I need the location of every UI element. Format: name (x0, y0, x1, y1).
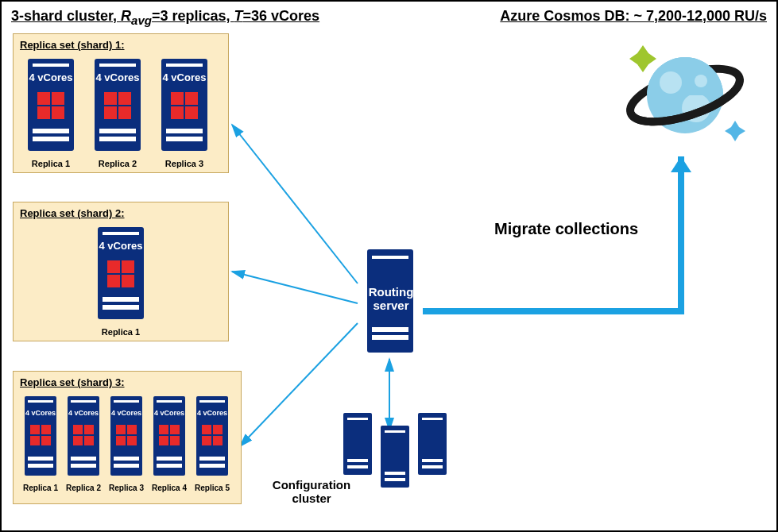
svg-rect-65 (114, 457, 139, 461)
svg-text:4 vCores: 4 vCores (25, 409, 56, 417)
svg-rect-35 (122, 260, 134, 273)
shard-2-replicas: 4 vCores Replica 1 (20, 224, 222, 337)
server-icon: 4 vCores (63, 393, 104, 479)
svg-rect-36 (107, 275, 120, 287)
replica-server: 4 vCores Replica 5 (192, 393, 233, 492)
svg-rect-80 (213, 425, 223, 434)
replica-server: 4 vCores Replica 2 (87, 56, 149, 168)
shard-1-title: Replica set (shard) 1: (20, 39, 222, 51)
svg-rect-52 (73, 425, 83, 434)
svg-rect-37 (122, 275, 134, 287)
shard-3-box: Replica set (shard) 3: 4 vCores Replica … (13, 371, 242, 504)
svg-rect-66 (114, 464, 139, 468)
svg-rect-78 (199, 400, 225, 403)
svg-rect-47 (28, 457, 53, 461)
shard-3-replicas: 4 vCores Replica 1 4 vCores Replica 2 (20, 393, 234, 492)
diagram-canvas: 3-shard cluster, Ravg=3 replicas, T=36 v… (0, 0, 778, 532)
svg-rect-9 (37, 106, 50, 119)
svg-rect-89 (372, 335, 408, 340)
svg-rect-29 (166, 129, 203, 133)
svg-text:4 vCores: 4 vCores (99, 240, 143, 252)
svg-rect-93 (347, 465, 368, 468)
svg-rect-61 (116, 425, 126, 434)
replica-server: 4 vCores Replica 3 (106, 393, 147, 492)
svg-rect-51 (71, 400, 96, 403)
svg-rect-20 (99, 129, 136, 133)
shard-1-replicas: 4 vCores Replica 1 4 vCores Replica 2 (20, 56, 222, 168)
svg-rect-38 (103, 297, 139, 302)
svg-rect-46 (41, 436, 51, 445)
svg-point-114 (660, 71, 682, 94)
replica-server: 4 vCores Replica 1 (20, 393, 61, 492)
server-icon: 4 vCores (153, 56, 215, 154)
svg-rect-33 (103, 232, 139, 235)
svg-rect-91 (347, 418, 368, 420)
svg-rect-26 (185, 92, 198, 105)
svg-rect-42 (28, 400, 53, 403)
svg-rect-30 (166, 137, 203, 141)
svg-rect-25 (171, 92, 184, 105)
svg-rect-62 (127, 425, 137, 434)
svg-text:4 vCores: 4 vCores (29, 71, 73, 83)
shard-2-box: Replica set (shard) 2: 4 vCores Replica … (13, 202, 229, 341)
svg-rect-48 (28, 464, 53, 468)
svg-rect-17 (118, 92, 131, 105)
svg-rect-101 (385, 478, 405, 481)
server-icon: 4 vCores (90, 224, 152, 322)
svg-rect-7 (37, 92, 50, 105)
svg-point-115 (695, 75, 707, 87)
replica-server: 4 vCores Replica 1 (90, 224, 152, 337)
svg-rect-69 (157, 400, 182, 403)
svg-rect-70 (159, 425, 168, 434)
svg-rect-60 (114, 400, 139, 403)
svg-rect-10 (52, 106, 64, 119)
cosmos-title: Azure Cosmos DB: ~ 7,200-12,000 RU/s (500, 8, 767, 25)
svg-rect-79 (202, 425, 211, 434)
svg-rect-100 (385, 472, 405, 475)
svg-rect-96 (422, 459, 443, 462)
svg-rect-53 (84, 425, 94, 434)
svg-rect-18 (104, 106, 117, 119)
svg-text:4 vCores: 4 vCores (197, 409, 227, 417)
svg-rect-99 (385, 430, 405, 433)
cosmos-db-icon (613, 33, 749, 164)
svg-rect-12 (33, 137, 69, 141)
svg-rect-21 (99, 137, 136, 141)
svg-rect-71 (170, 425, 180, 434)
svg-rect-97 (422, 465, 443, 468)
svg-rect-75 (157, 464, 182, 468)
shard-2-title: Replica set (shard) 2: (20, 207, 222, 219)
svg-rect-84 (199, 464, 225, 468)
replica-server: 4 vCores Replica 3 (153, 56, 215, 168)
svg-rect-73 (170, 436, 180, 445)
cluster-title: 3-shard cluster, Ravg=3 replicas, T=36 v… (11, 8, 319, 27)
planet-icon (613, 33, 749, 160)
svg-text:4 vCores: 4 vCores (111, 409, 141, 417)
server-icon: 4 vCores (106, 393, 147, 479)
svg-rect-55 (84, 436, 94, 445)
svg-rect-45 (30, 436, 40, 445)
svg-text:4 vCores: 4 vCores (163, 71, 207, 83)
svg-rect-82 (213, 436, 223, 445)
svg-rect-63 (116, 436, 126, 445)
svg-line-0 (232, 125, 358, 283)
svg-rect-19 (118, 106, 131, 119)
svg-rect-15 (99, 64, 136, 67)
svg-text:4 vCores: 4 vCores (154, 409, 184, 417)
replica-server: 4 vCores Replica 2 (63, 393, 104, 492)
svg-text:4 vCores: 4 vCores (96, 71, 140, 83)
svg-rect-16 (104, 92, 117, 105)
svg-rect-83 (199, 457, 225, 461)
svg-rect-6 (33, 64, 69, 67)
svg-rect-92 (347, 459, 368, 462)
svg-rect-87 (372, 256, 408, 259)
svg-line-1 (232, 272, 358, 303)
server-icon: 4 vCores (20, 393, 61, 479)
server-icon: 4 vCores (149, 393, 190, 479)
svg-rect-27 (171, 106, 184, 119)
svg-rect-8 (52, 92, 64, 105)
svg-rect-28 (185, 106, 198, 119)
server-icon: 4 vCores (20, 56, 82, 154)
svg-rect-74 (157, 457, 182, 461)
svg-rect-64 (127, 436, 137, 445)
